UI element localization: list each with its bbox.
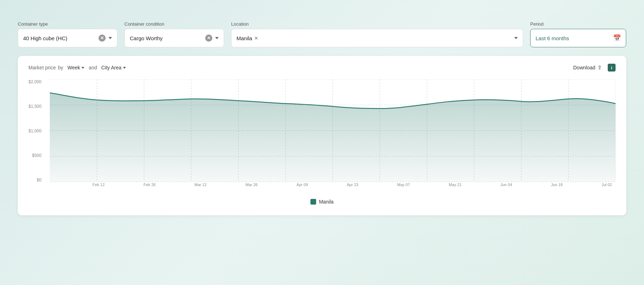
- y-label-0: $0: [37, 178, 41, 183]
- info-button[interactable]: i: [608, 64, 616, 72]
- container-type-label: Container type: [18, 21, 117, 27]
- x-label-jun18: Jun 18: [551, 183, 563, 193]
- container-type-value: 40 High cube (HC): [23, 35, 96, 41]
- week-chevron-icon: [81, 67, 84, 69]
- and-label: and: [89, 65, 97, 70]
- x-label-apr23: Apr 23: [347, 183, 358, 193]
- y-axis: $0 $500 $1,000 $1,500 $2,000: [28, 79, 45, 183]
- y-label-500: $500: [32, 153, 42, 158]
- container-type-select[interactable]: 40 High cube (HC) ✕: [18, 29, 117, 47]
- chart-toolbar-right: Download ⇧ i: [570, 63, 616, 72]
- market-price-label: Market price: [28, 65, 56, 70]
- chart-toolbar: Market price by Week and City Area Downl…: [28, 63, 616, 72]
- calendar-icon: 📅: [613, 34, 621, 42]
- download-button[interactable]: Download ⇧: [570, 63, 605, 72]
- x-label-jul02: Jul 02: [602, 183, 612, 193]
- city-area-chevron-icon: [123, 67, 126, 69]
- y-label-1000: $1,000: [28, 128, 42, 133]
- filters-row: Container type 40 High cube (HC) ✕ Conta…: [18, 21, 626, 47]
- container-condition-chevron-icon: [215, 37, 219, 39]
- location-tag: Manila ✕: [236, 35, 258, 41]
- legend-label: Manila: [319, 199, 334, 205]
- x-label-feb26: Feb 26: [143, 183, 155, 193]
- x-label-apr09: Apr 09: [297, 183, 308, 193]
- location-label: Location: [231, 21, 523, 27]
- x-label-may07: May 07: [397, 183, 410, 193]
- chart-card: Market price by Week and City Area Downl…: [18, 56, 626, 215]
- container-condition-select[interactable]: Cargo Worthy ✕: [124, 29, 224, 47]
- container-condition-group: Container condition Cargo Worthy ✕: [124, 21, 224, 47]
- period-group: Period Last 6 months 📅: [530, 21, 626, 47]
- location-tag-value: Manila: [236, 35, 252, 41]
- period-label: Period: [530, 21, 626, 27]
- city-area-select[interactable]: City Area: [99, 64, 128, 72]
- location-chevron-icon: [514, 37, 518, 39]
- container-condition-clear-button[interactable]: ✕: [205, 35, 212, 42]
- container-condition-value: Cargo Worthy: [130, 35, 202, 41]
- chart-svg-wrapper: [50, 79, 616, 183]
- chart-legend: Manila: [28, 199, 616, 205]
- x-axis: Feb 12 Feb 26 Mar 12 Mar 26 Apr 09 Apr 2…: [50, 183, 616, 193]
- download-icon: ⇧: [597, 64, 602, 71]
- city-area-label: City Area: [101, 65, 122, 70]
- location-group: Location Manila ✕: [231, 21, 523, 47]
- chart-svg: [50, 79, 616, 183]
- y-label-1500: $1,500: [28, 104, 42, 109]
- x-label-mar26: Mar 26: [245, 183, 257, 193]
- y-label-2000: $2,000: [28, 79, 42, 84]
- container-type-chevron-icon: [108, 37, 112, 39]
- location-select[interactable]: Manila ✕: [231, 29, 523, 47]
- container-condition-label: Container condition: [124, 21, 224, 27]
- period-select[interactable]: Last 6 months 📅: [530, 29, 626, 47]
- by-label: by: [58, 65, 63, 70]
- x-label-mar12: Mar 12: [195, 183, 207, 193]
- legend-color-box: [310, 199, 316, 205]
- week-select[interactable]: Week: [65, 64, 87, 72]
- x-label-may21: May 21: [449, 183, 462, 193]
- x-label-jun04: Jun 04: [500, 183, 512, 193]
- location-tag-close-button[interactable]: ✕: [254, 36, 258, 41]
- download-label: Download: [573, 65, 595, 70]
- container-type-clear-button[interactable]: ✕: [99, 35, 106, 42]
- chart-area: $0 $500 $1,000 $1,500 $2,000: [50, 79, 616, 193]
- container-type-group: Container type 40 High cube (HC) ✕: [18, 21, 117, 47]
- info-icon: i: [611, 65, 612, 70]
- period-value: Last 6 months: [536, 35, 610, 41]
- week-label: Week: [68, 65, 80, 70]
- x-label-feb12: Feb 12: [92, 183, 105, 193]
